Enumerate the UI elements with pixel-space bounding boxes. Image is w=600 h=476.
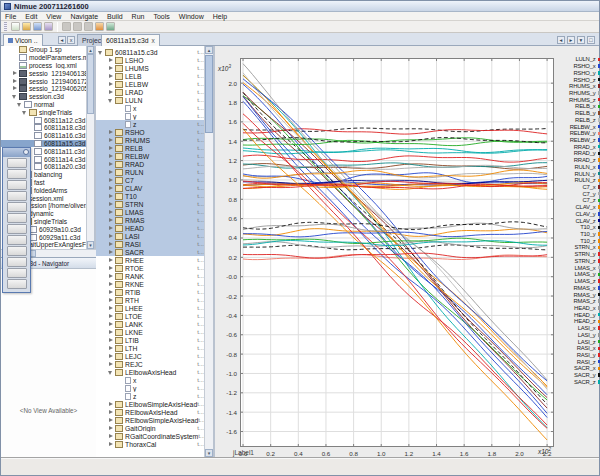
scrollbar-thumb[interactable] (205, 55, 213, 133)
expand-icon[interactable] (108, 82, 113, 87)
tree-item-rmas[interactable]: RMASt... (96, 216, 206, 224)
floating-tool-palette[interactable] (2, 147, 31, 293)
tree-item-rgaitcoordinatesystem[interactable]: RGaitCoordinateSystemt... (96, 432, 206, 440)
paste-icon[interactable] (84, 22, 93, 31)
scroll-up-icon[interactable]: ▴ (87, 46, 94, 54)
tree-item-lank[interactable]: LANKt... (96, 320, 206, 328)
expand-icon[interactable] (108, 210, 113, 215)
collapse-icon[interactable] (17, 102, 22, 107)
expand-icon[interactable] (108, 202, 113, 207)
tree-item-lejc[interactable]: LEJCt... (96, 352, 206, 360)
palette-tool-button-6[interactable] (7, 213, 27, 223)
expand-icon[interactable] (108, 234, 113, 239)
expand-icon[interactable] (108, 74, 113, 79)
tree-item-60811a15-c3d[interactable]: 60811a15.c3dt... (96, 48, 206, 56)
expand-icon[interactable] (108, 346, 113, 351)
expand-icon[interactable] (108, 290, 113, 295)
scroll-tabs-right-button[interactable]: ▸ (567, 36, 575, 44)
expand-icon[interactable] (108, 58, 113, 63)
expand-icon[interactable] (108, 250, 113, 255)
tree-item-group-1-sp[interactable]: Group 1.sp (1, 46, 88, 54)
tree-item-lth[interactable]: LTHt... (96, 344, 206, 352)
chart-plot[interactable] (240, 58, 554, 447)
copy-icon[interactable] (73, 22, 82, 31)
expand-icon[interactable] (108, 146, 113, 151)
expand-icon[interactable] (108, 282, 113, 287)
tree-item-lelbowsimpleaxishead[interactable]: LElbowSimpleAxisHeadt... (96, 400, 206, 408)
expand-icon[interactable] (108, 194, 113, 199)
expand-icon[interactable] (108, 274, 113, 279)
save-copy-icon[interactable] (44, 22, 53, 31)
tree-item-rhums[interactable]: RHUMSt... (96, 136, 206, 144)
scroll-down-icon[interactable]: ▾ (205, 449, 213, 457)
maximize-view-button[interactable]: □ (587, 36, 595, 44)
expand-icon[interactable] (108, 186, 113, 191)
expand-icon[interactable] (108, 402, 113, 407)
scrollbar-thumb[interactable] (87, 54, 94, 114)
expand-icon[interactable] (108, 130, 113, 135)
expand-icon[interactable] (108, 90, 113, 95)
tree-item-rejc[interactable]: REJCt... (96, 360, 206, 368)
palette-title-bar[interactable] (3, 148, 30, 157)
scroll-tabs-left-button[interactable]: ◂ (557, 36, 565, 44)
tree-item-lkne[interactable]: LKNEt... (96, 328, 206, 336)
tree-item-c7[interactable]: C7t... (96, 176, 206, 184)
expand-icon[interactable] (108, 162, 113, 167)
expand-icon[interactable] (108, 154, 113, 159)
tree-item-rkne[interactable]: RKNEt... (96, 280, 206, 288)
tree-item-session-c3d[interactable]: session.c3d (1, 93, 88, 101)
expand-icon[interactable] (108, 266, 113, 271)
tree-item-y[interactable]: yt... (96, 384, 206, 392)
close-panel-button[interactable]: x (67, 36, 75, 44)
tree-item-lrad[interactable]: LRADt... (96, 88, 206, 96)
expand-icon[interactable] (108, 322, 113, 327)
expand-icon[interactable] (108, 178, 113, 183)
expand-icon[interactable] (108, 338, 113, 343)
tree-item-60811a18-c3d[interactable]: 60811a18.c3d (1, 124, 88, 132)
tree-item-rsho[interactable]: RSHOt... (96, 128, 206, 136)
expand-icon[interactable] (108, 434, 113, 439)
menu-tools[interactable]: Tools (153, 12, 169, 21)
tree-item-lelb[interactable]: LELBt... (96, 72, 206, 80)
palette-tool-button-10[interactable] (7, 257, 27, 267)
scroll-down-icon[interactable]: ▾ (87, 241, 94, 249)
expand-icon[interactable] (12, 71, 17, 76)
palette-tool-button-12[interactable] (7, 279, 27, 289)
palette-tool-button-5[interactable] (7, 202, 27, 212)
expand-icon[interactable] (12, 79, 17, 84)
tree-item-x[interactable]: xt... (96, 104, 206, 112)
tree-item-luln[interactable]: LULNt... (96, 96, 206, 104)
expand-icon[interactable] (108, 330, 113, 335)
expand-icon[interactable] (12, 86, 17, 91)
open-project-icon[interactable] (22, 22, 31, 31)
palette-tool-button-11[interactable] (7, 268, 27, 278)
tree-item-rasi[interactable]: RASIt... (96, 240, 206, 248)
tree-item-head[interactable]: HEADt... (96, 224, 206, 232)
tree-item-normal[interactable]: normal (1, 101, 88, 109)
cut-icon[interactable] (62, 22, 71, 31)
tree-item-ltib[interactable]: LTIBt... (96, 336, 206, 344)
tree-item-x[interactable]: xt... (96, 376, 206, 384)
expand-icon[interactable] (108, 426, 113, 431)
menu-navigate[interactable]: Navigate (70, 12, 98, 21)
tree-item-rtoe[interactable]: RTOEt... (96, 264, 206, 272)
collapse-icon[interactable] (108, 98, 113, 103)
tree-item-modelparameters-mp[interactable]: modelParameters.mp (1, 54, 88, 62)
expand-icon[interactable] (108, 226, 113, 231)
menu-help[interactable]: Help (213, 12, 227, 21)
palette-tool-button-4[interactable] (7, 191, 27, 201)
tree-item-60811a16-c3d[interactable]: 60811a16.c3d (1, 132, 88, 140)
collapse-icon[interactable] (108, 370, 113, 375)
tree-item-thoraxcal[interactable]: ThoraxCalt... (96, 440, 206, 448)
tree-item-lasi[interactable]: LASIt... (96, 232, 206, 240)
tree-item-sessio-121940613891[interactable]: sessio_121940613891 (1, 69, 88, 77)
expand-icon[interactable] (108, 306, 113, 311)
palette-tool-button-7[interactable] (7, 224, 27, 234)
expand-icon[interactable] (108, 314, 113, 319)
menu-window[interactable]: Window (179, 12, 204, 21)
undo-icon[interactable] (95, 22, 104, 31)
tree-item-rank[interactable]: RANKt... (96, 272, 206, 280)
tree-item-relbowaxishead[interactable]: RElbowAxisHeadt... (96, 408, 206, 416)
tab-list-dropdown-button[interactable]: ▾ (577, 36, 585, 44)
expand-icon[interactable] (108, 418, 113, 423)
